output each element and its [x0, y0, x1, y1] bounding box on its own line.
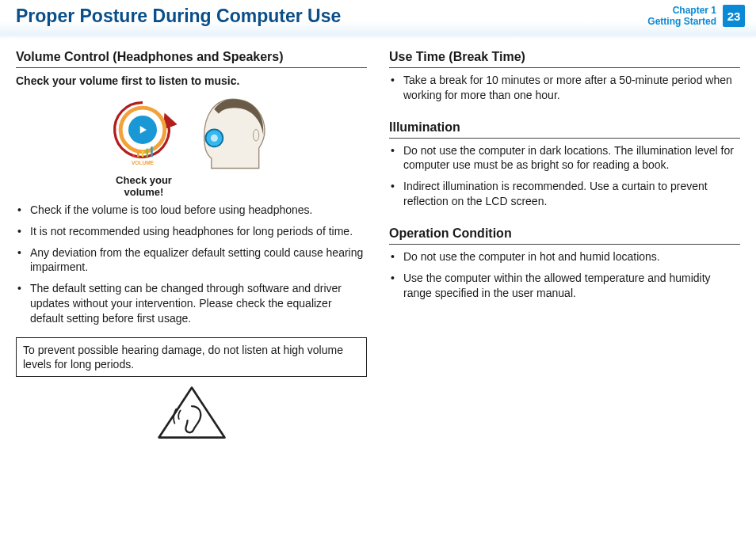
chapter-block: Chapter 1 Getting Started 23: [647, 5, 745, 28]
left-column: Volume Control (Headphones and Speakers)…: [16, 50, 367, 443]
list-item: Check if the volume is too loud before u…: [16, 203, 367, 218]
section-operation-condition: Operation Condition: [389, 226, 740, 245]
volume-figure-row: VOLUME: [101, 93, 283, 173]
right-column: Use Time (Break Time) Take a break for 1…: [389, 50, 740, 443]
list-item: It is not recommended using headphones f…: [16, 224, 367, 239]
chapter-label: Chapter 1 Getting Started: [647, 5, 716, 28]
chapter-line1: Chapter 1: [647, 5, 716, 16]
page-number-badge: 23: [723, 5, 745, 27]
volume-figure-caption: Check your volume!: [101, 174, 188, 198]
list-item: Do not use the computer in dark location…: [389, 143, 740, 173]
list-item: Any deviation from the equalizer default…: [16, 245, 367, 276]
list-item: Use the computer within the allowed temp…: [389, 271, 740, 301]
volume-subtitle: Check your volume first to listen to mus…: [16, 74, 367, 87]
head-headphone-icon: [189, 93, 277, 173]
list-item: Take a break for 10 minutes or more afte…: [389, 73, 740, 103]
ear-warning-triangle-icon: [156, 385, 227, 442]
use-time-bullets: Take a break for 10 minutes or more afte…: [389, 73, 740, 103]
hearing-warning-box: To prevent possible hearing damage, do n…: [16, 337, 367, 377]
volume-dial-icon: VOLUME: [107, 97, 178, 169]
page-header: Proper Posture During Computer Use Chapt…: [0, 0, 756, 39]
page-title: Proper Posture During Computer Use: [16, 6, 341, 27]
section-volume-control: Volume Control (Headphones and Speakers): [16, 50, 367, 68]
list-item: The default setting can be changed throu…: [16, 281, 367, 326]
list-item: Do not use the computer in hot and humid…: [389, 249, 740, 264]
svg-point-7: [253, 129, 258, 141]
volume-label-text: VOLUME: [132, 160, 155, 165]
illumination-bullets: Do not use the computer in dark location…: [389, 143, 740, 210]
operation-bullets: Do not use the computer in hot and humid…: [389, 249, 740, 301]
section-illumination: Illumination: [389, 120, 740, 139]
content-columns: Volume Control (Headphones and Speakers)…: [0, 39, 756, 443]
chapter-line2: Getting Started: [647, 16, 716, 27]
list-item: Indirect illumination is recommended. Us…: [389, 179, 740, 209]
volume-bullets: Check if the volume is too loud before u…: [16, 203, 367, 326]
volume-figure: VOLUME Check your volume!: [101, 93, 283, 198]
section-use-time: Use Time (Break Time): [389, 50, 740, 68]
svg-point-9: [210, 135, 217, 142]
